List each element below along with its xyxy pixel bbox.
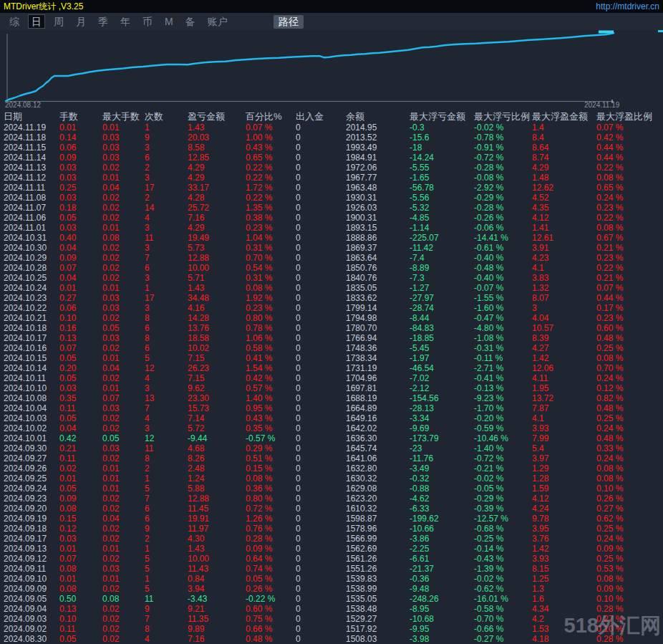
- table-row[interactable]: 2024.09.240.050.0155.880.36 %01629.08-0.…: [0, 484, 663, 494]
- table-row[interactable]: 2024.10.290.090.02712.880.70 %01863.64-7…: [0, 253, 663, 263]
- table-row[interactable]: 2024.09.120.070.02510.000.64 %01561.26-6…: [0, 554, 663, 564]
- table-row[interactable]: 2024.09.300.210.03114.680.29 %01645.74-2…: [0, 443, 663, 453]
- cell-max-lots: 0.01: [102, 574, 145, 584]
- cell-deposit-withdraw: 0: [296, 614, 346, 624]
- table-row[interactable]: 2024.09.090.080.0253.940.26 %01538.99-9.…: [0, 584, 663, 594]
- menu-item-综[interactable]: 综: [6, 14, 23, 29]
- website-link[interactable]: http://mtdriver.cn: [596, 0, 659, 13]
- table-row[interactable]: 2024.10.010.420.0512-9.44-0.57 %01636.30…: [0, 433, 663, 443]
- table-row[interactable]: 2024.09.050.500.0811-3.43-0.22 %01535.05…: [0, 594, 663, 604]
- cell-pnl: -3.43: [188, 594, 246, 604]
- table-row[interactable]: 2024.11.060.050.0247.160.38 %01900.31-4.…: [0, 213, 663, 223]
- table-row[interactable]: 2024.10.030.050.0247.140.43 %01649.16-3.…: [0, 413, 663, 423]
- cell-max-float-loss: -3.34: [410, 413, 474, 423]
- cell-trades: 6: [145, 153, 188, 163]
- table-header: 日期手数最大手数次数盈亏金额百分比%出入金余额最大浮亏金额最大浮亏比例最大浮盈金…: [0, 111, 663, 122]
- table-row[interactable]: 2024.11.080.030.0224.280.22 %01930.31-5.…: [0, 193, 663, 203]
- table-row[interactable]: 2024.11.180.140.03920.031.00 %02013.52-1…: [0, 133, 663, 143]
- table-row[interactable]: 2024.10.310.400.081119.491.04 %01888.86-…: [0, 233, 663, 243]
- menu-item-月[interactable]: 月: [72, 14, 89, 29]
- cell-pct: 0.42 %: [246, 373, 296, 383]
- table-row[interactable]: 2024.10.040.110.03715.730.95 %01664.89-2…: [0, 403, 663, 413]
- cell-pnl: 4.29: [188, 223, 246, 233]
- table-row[interactable]: 2024.09.260.020.0122.480.15 %01632.80-3.…: [0, 463, 663, 474]
- menu-item-日[interactable]: 日: [28, 14, 45, 29]
- table-row[interactable]: 2024.10.180.160.05613.760.78 %01780.70-8…: [0, 323, 663, 333]
- cell-balance: 1642.02: [346, 423, 410, 433]
- menu-item-M[interactable]: M: [161, 14, 177, 29]
- table-row[interactable]: 2024.11.150.060.0338.580.43 %01993.49-18…: [0, 143, 663, 153]
- table-row[interactable]: 2024.10.230.270.031734.481.92 %01833.62-…: [0, 293, 663, 303]
- table-row[interactable]: 2024.11.070.180.021425.721.35 %01926.03-…: [0, 203, 663, 213]
- cell-pnl: 4.68: [188, 443, 246, 453]
- cell-pnl: 10.00: [188, 554, 246, 564]
- table-row[interactable]: 2024.11.140.090.03612.850.65 %01984.91-1…: [0, 153, 663, 163]
- cell-date: 2024.09.27: [4, 453, 59, 463]
- cell-pnl: 12.85: [188, 153, 246, 163]
- table-row[interactable]: 2024.09.200.080.02611.450.72 %01610.32-6…: [0, 504, 663, 514]
- menu-item-账户[interactable]: 账户: [204, 14, 231, 29]
- table-row[interactable]: 2024.11.190.010.0111.430.07 %02014.95-0.…: [0, 122, 663, 133]
- cell-max-lots: 0.04: [102, 183, 145, 193]
- cell-deposit-withdraw: 0: [296, 604, 346, 614]
- cell-max-float-loss: -8.89: [410, 263, 474, 273]
- menu-item-币[interactable]: 币: [139, 14, 156, 29]
- table-row[interactable]: 2024.09.030.100.02711.350.75 %01529.27-1…: [0, 614, 663, 624]
- cell-max-float-profit-pct: 0.60 %: [596, 323, 663, 333]
- table-row[interactable]: 2024.10.220.060.0334.160.23 %01799.14-28…: [0, 303, 663, 313]
- cell-pnl: 11.43: [188, 564, 246, 574]
- table-row[interactable]: 2024.10.170.130.03818.581.06 %01766.94-1…: [0, 333, 663, 343]
- menu-item-备[interactable]: 备: [182, 14, 199, 29]
- menu-item-季[interactable]: 季: [95, 14, 112, 29]
- table-row[interactable]: 2024.10.300.040.0235.730.31 %01869.37-11…: [0, 243, 663, 253]
- table-row[interactable]: 2024.10.020.040.0235.720.35 %01642.02-9.…: [0, 423, 663, 433]
- table-row[interactable]: 2024.10.160.070.02610.020.58 %01748.36-5…: [0, 343, 663, 353]
- menu-item-周[interactable]: 周: [50, 14, 67, 29]
- table-row[interactable]: 2024.09.270.110.0288.260.51 %01641.06-11…: [0, 453, 663, 463]
- table-row[interactable]: 2024.11.010.030.0134.290.23 %01893.15-1.…: [0, 223, 663, 233]
- cell-max-float-loss-pct: -1.39 %: [474, 564, 532, 574]
- cell-lots: 0.10: [59, 313, 102, 323]
- table-row[interactable]: 2024.09.020.110.0289.890.66 %01517.92-9.…: [0, 624, 663, 634]
- cell-balance: 1551.26: [346, 564, 410, 574]
- table-row[interactable]: 2024.09.250.010.0111.240.08 %01630.32-0.…: [0, 474, 663, 484]
- cell-pct: 0.07 %: [246, 122, 296, 133]
- table-row[interactable]: 2024.09.190.150.04619.911.26 %01598.87-1…: [0, 514, 663, 524]
- cell-balance: 1538.48: [346, 604, 410, 614]
- cell-max-float-loss: -2.25: [410, 544, 474, 554]
- table-row[interactable]: 2024.11.130.030.0224.290.22 %01972.06-5.…: [0, 163, 663, 173]
- table-row[interactable]: 2024.09.180.120.02911.970.76 %01578.96-1…: [0, 524, 663, 534]
- table-row[interactable]: 2024.09.130.010.0111.430.09 %01562.69-2.…: [0, 544, 663, 554]
- table-row[interactable]: 2024.08.300.050.0247.160.48 %01508.03-3.…: [0, 634, 663, 644]
- table-row[interactable]: 2024.10.240.010.0111.430.08 %01835.05-1.…: [0, 283, 663, 293]
- table-row[interactable]: 2024.09.230.090.02712.880.80 %01623.20-4…: [0, 494, 663, 504]
- cell-max-float-profit-pct: 0.48 %: [596, 433, 663, 443]
- table-row[interactable]: 2024.11.120.030.0134.290.22 %01967.77-1.…: [0, 173, 663, 183]
- path-button[interactable]: 路径: [274, 15, 304, 29]
- table-row[interactable]: 2024.10.210.100.02814.280.80 %01794.98-8…: [0, 313, 663, 323]
- cell-date: 2024.09.04: [4, 604, 59, 614]
- menu-item-年[interactable]: 年: [117, 14, 134, 29]
- table-row[interactable]: 2024.10.100.030.0139.620.57 %01697.81-2.…: [0, 383, 663, 393]
- table-row[interactable]: 2024.09.100.010.0110.840.05 %01539.83-0.…: [0, 574, 663, 584]
- table-row[interactable]: 2024.10.280.070.02610.000.54 %01850.76-8…: [0, 263, 663, 273]
- table-row[interactable]: 2024.09.170.030.0224.300.28 %01566.99-3.…: [0, 534, 663, 544]
- cell-pnl: 9.21: [188, 604, 246, 614]
- table-row[interactable]: 2024.09.110.080.03511.430.74 %01551.26-2…: [0, 564, 663, 574]
- cell-pnl: 12.88: [188, 253, 246, 263]
- table-row[interactable]: 2024.10.140.200.041226.231.54 %01731.19-…: [0, 363, 663, 373]
- table-row[interactable]: 2024.10.150.050.0157.150.41 %01738.34-1.…: [0, 353, 663, 363]
- cell-max-float-profit-pct: 0.10 %: [596, 594, 663, 604]
- table-row[interactable]: 2024.10.110.050.0247.150.42 %01704.96-7.…: [0, 373, 663, 383]
- cell-date: 2024.10.11: [4, 373, 59, 383]
- cell-date: 2024.09.10: [4, 574, 59, 584]
- table-row[interactable]: 2024.11.110.250.041733.171.72 %01963.48-…: [0, 183, 663, 193]
- cell-max-float-loss-pct: -0.06 %: [474, 223, 532, 233]
- cell-max-lots: 0.05: [102, 433, 145, 443]
- table-row[interactable]: 2024.10.080.350.071323.301.40 %01688.19-…: [0, 393, 663, 403]
- table-row[interactable]: 2024.10.250.040.0235.710.31 %01840.76-7.…: [0, 273, 663, 283]
- table-row[interactable]: 2024.09.040.130.0299.210.60 %01538.48-8.…: [0, 604, 663, 614]
- cell-max-float-loss: -0.3: [410, 122, 474, 133]
- cell-pnl: 4.30: [188, 534, 246, 544]
- cell-max-float-loss: -4.85: [410, 213, 474, 223]
